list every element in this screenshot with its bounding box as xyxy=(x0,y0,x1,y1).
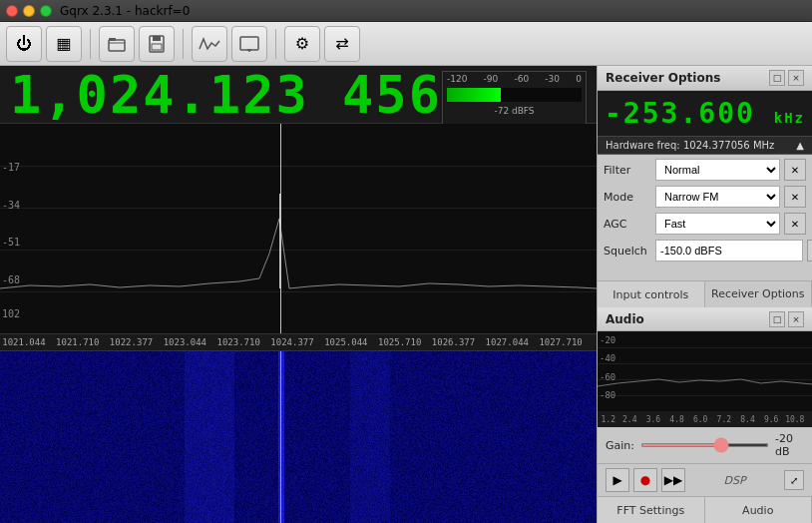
toolbar-sep-1 xyxy=(90,29,91,59)
open-button[interactable] xyxy=(99,26,135,62)
audio-header: Audio □ × xyxy=(598,307,812,331)
titlebar: Gqrx 2.3.1 - hackrf=0 xyxy=(0,0,812,22)
signal-meter: -120 -90 -60 -30 0 -72 dBFS xyxy=(442,71,587,126)
audio-tick: 7.2 xyxy=(717,415,731,424)
toolbar-sep-2 xyxy=(183,29,184,59)
audio-play-button[interactable]: ▶ xyxy=(606,468,629,492)
monitor-button[interactable] xyxy=(231,26,267,62)
audio-tick: 9.6 xyxy=(764,415,778,424)
dsp-label: DSP xyxy=(689,474,780,487)
squelch-row: Squelch A ✕ xyxy=(604,240,806,262)
agc-row: AGC Fast Medium Slow Manual ✕ xyxy=(604,213,806,235)
panel-tabs: Input controls Receiver Options xyxy=(598,280,812,307)
toolbar-sep-3 xyxy=(275,29,276,59)
squelch-input[interactable] xyxy=(655,240,803,262)
fft-svg xyxy=(0,124,597,333)
power-button[interactable]: ⏻ xyxy=(6,26,42,62)
minimize-button[interactable] xyxy=(23,5,35,17)
receiver-options-title: Receiver Options xyxy=(606,71,720,85)
svg-rect-3 xyxy=(153,36,161,41)
waterfall-offset-line xyxy=(280,351,281,523)
window-title: Gqrx 2.3.1 - hackrf=0 xyxy=(60,4,190,18)
waterfall[interactable] xyxy=(0,351,597,523)
fft-spectrum[interactable]: -17 -34 -51 -68 102 xyxy=(0,124,597,333)
receiver-options-header: Receiver Options □ × xyxy=(598,66,812,91)
close-panel-button[interactable]: × xyxy=(788,70,804,86)
mode-reset-button[interactable]: ✕ xyxy=(784,186,806,208)
svg-rect-4 xyxy=(152,44,162,50)
close-button[interactable] xyxy=(6,5,18,17)
audio-tick: 1.2 xyxy=(602,415,615,424)
waterfall-canvas xyxy=(0,351,597,523)
save-button[interactable] xyxy=(139,26,175,62)
freq-tick: 1024.377 xyxy=(270,337,313,347)
squelch-label: Squelch xyxy=(604,245,651,258)
tab-audio[interactable]: Audio xyxy=(705,497,813,523)
frequency-offset-display: -253.600 kHz xyxy=(598,91,812,137)
agc-select[interactable]: Fast Medium Slow Manual xyxy=(655,213,780,235)
agc-reset-button[interactable]: ✕ xyxy=(784,213,806,235)
audio-tick: 3.6 xyxy=(646,415,660,424)
agc-label: AGC xyxy=(604,218,651,231)
tab-input-controls[interactable]: Input controls xyxy=(598,281,705,307)
freq-offset-unit: kHz xyxy=(774,110,805,126)
float-button[interactable]: □ xyxy=(769,70,785,86)
audio-expand-button[interactable]: ⤢ xyxy=(784,470,804,490)
settings-button[interactable]: ⚙ xyxy=(284,26,320,62)
audio-record-button[interactable]: ● xyxy=(633,468,657,492)
squelch-auto-button[interactable]: A xyxy=(807,240,812,262)
gain-slider[interactable] xyxy=(640,443,769,447)
frequency-display: 1,024.123 456 MHz -120 -90 -60 -30 0 -72… xyxy=(0,66,597,124)
filter-select[interactable]: Normal Wide Narrow User xyxy=(655,159,780,181)
gain-row: Gain: -20 dB xyxy=(598,427,812,463)
right-panel: Receiver Options □ × -253.600 kHz Hardwa… xyxy=(597,66,812,523)
freq-offset-value: -253.600 xyxy=(605,97,755,130)
toolbar: ⏻ ▦ ⚙ ⇄ xyxy=(0,22,812,66)
freq-tick: 1022.377 xyxy=(110,337,153,347)
signal-bar-container xyxy=(447,88,582,102)
header-buttons: □ × xyxy=(769,70,804,86)
hw-freq-arrow: ▲ xyxy=(796,140,804,151)
grid-button[interactable]: ▦ xyxy=(46,26,82,62)
audio-tick: 10.8 xyxy=(785,415,804,424)
audio-section: Audio □ × -20 -40 -60 -80 xyxy=(598,307,812,523)
tab-receiver-options[interactable]: Receiver Options xyxy=(705,281,813,307)
signal-meter-scale: -120 -90 -60 -30 0 xyxy=(443,72,586,86)
filter-reset-button[interactable]: ✕ xyxy=(784,159,806,181)
freq-tick: 1027.044 xyxy=(486,337,529,347)
bottom-tabs: FFT Settings Audio xyxy=(598,496,812,523)
spectrum-area[interactable]: 1,024.123 456 MHz -120 -90 -60 -30 0 -72… xyxy=(0,66,597,523)
audio-forward-button[interactable]: ▶▶ xyxy=(661,468,685,492)
audio-close-button[interactable]: × xyxy=(788,311,804,327)
frequency-value: 1,024.123 456 xyxy=(10,66,442,125)
filter-row: Filter Normal Wide Narrow User ✕ xyxy=(604,159,806,181)
window-controls xyxy=(6,5,52,17)
audio-controls: ▶ ● ▶▶ DSP ⤢ xyxy=(598,463,812,496)
offset-line xyxy=(280,124,281,333)
freq-tick: 1023.710 xyxy=(217,337,260,347)
svg-rect-1 xyxy=(109,38,116,41)
maximize-button[interactable] xyxy=(40,5,52,17)
audio-tick: 2.4 xyxy=(622,415,636,424)
dbfs-label: -72 dBFS xyxy=(443,104,586,116)
hardware-frequency: Hardware freq: 1024.377056 MHz ▲ xyxy=(598,137,812,155)
svg-rect-5 xyxy=(240,37,258,50)
audio-float-button[interactable]: □ xyxy=(769,311,785,327)
filter-label: Filter xyxy=(604,164,651,177)
freq-tick: 1026.377 xyxy=(432,337,475,347)
network-button[interactable]: ⇄ xyxy=(324,26,360,62)
freq-tick: 1025.044 xyxy=(324,337,367,347)
hw-freq-label: Hardware freq: 1024.377056 MHz xyxy=(606,140,774,151)
mode-select[interactable]: Narrow FM Wide FM AM USB LSB CW xyxy=(655,186,780,208)
waveform-button[interactable] xyxy=(192,26,227,62)
freq-tick: 1021.044 xyxy=(2,337,45,347)
mode-label: Mode xyxy=(604,191,651,204)
freq-axis: 1021.044 1021.710 1022.377 1023.044 1023… xyxy=(0,333,597,351)
freq-tick: 1025.710 xyxy=(378,337,421,347)
tab-fft-settings[interactable]: FFT Settings xyxy=(598,497,705,523)
svg-rect-0 xyxy=(109,40,125,51)
mode-row: Mode Narrow FM Wide FM AM USB LSB CW ✕ xyxy=(604,186,806,208)
audio-tick: 8.4 xyxy=(740,415,754,424)
audio-spectrum[interactable]: -20 -40 -60 -80 xyxy=(598,331,812,411)
audio-svg xyxy=(598,331,812,411)
